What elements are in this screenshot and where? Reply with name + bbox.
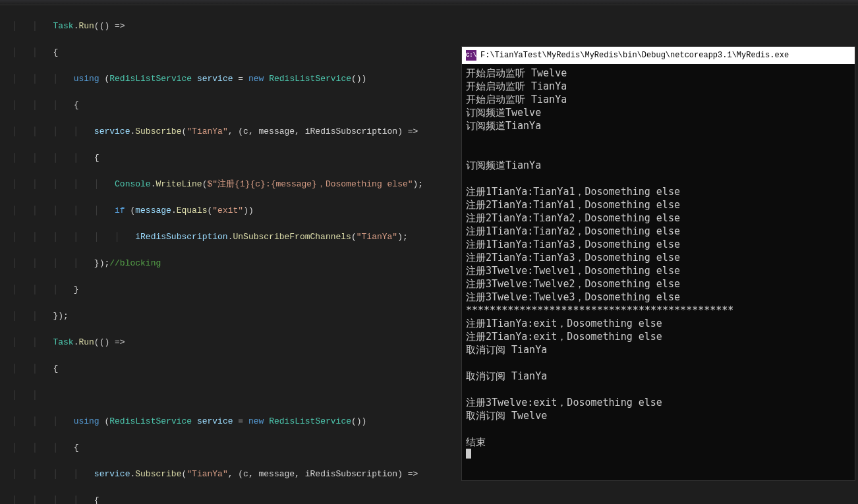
code-line: │ │ │ │ │ │ iRedisSubscription.UnSubscri… — [12, 231, 461, 244]
code-line: │ │ │ { — [12, 99, 461, 112]
code-line: │ │ }); — [12, 310, 461, 323]
code-line: │ │ │ │ service.Subscribe("TianYa", (c, … — [12, 125, 461, 138]
code-editor[interactable]: │ │ Task.Run(() => │ │ { │ │ │ using (Re… — [0, 7, 461, 504]
code-line: │ │ │ using (RedisListService service = … — [12, 415, 461, 428]
console-window[interactable]: C:\ F:\TianYaTest\MyRedis\MyRedis\bin\De… — [461, 46, 855, 481]
console-titlebar[interactable]: C:\ F:\TianYaTest\MyRedis\MyRedis\bin\De… — [462, 47, 855, 64]
console-title-text: F:\TianYaTest\MyRedis\MyRedis\bin\Debug\… — [480, 51, 789, 60]
code-line: │ │ { — [12, 46, 461, 59]
code-line: │ │ Task.Run(() => — [12, 20, 461, 33]
console-app-icon: C:\ — [466, 50, 476, 61]
code-line: │ │ { — [12, 362, 461, 376]
code-line: │ │ │ │ });//blocking — [12, 257, 461, 270]
code-line: │ │ │ │ { — [12, 494, 461, 504]
code-line: │ │ │ │ { — [12, 152, 461, 165]
code-line: │ │ Task.Run(() => — [12, 336, 461, 349]
code-line: │ │ │ } — [12, 283, 461, 296]
editor-top-border — [0, 0, 858, 5]
code-line: │ │ │ using (RedisListService service = … — [12, 72, 461, 86]
code-line: │ │ │ { — [12, 441, 461, 455]
console-cursor — [466, 449, 471, 459]
code-line: │ │ │ │ service.Subscribe("TianYa", (c, … — [12, 468, 461, 481]
code-line: │ │ │ │ │ if (message.Equals("exit")) — [12, 204, 461, 217]
console-output[interactable]: 开始启动监听 Twelve 开始启动监听 TianYa 开始启动监听 TianY… — [462, 64, 855, 464]
code-line: │ │ │ │ │ Console.WriteLine($"注册{1}{c}:{… — [12, 178, 461, 191]
code-line: │ │ — [12, 389, 461, 402]
